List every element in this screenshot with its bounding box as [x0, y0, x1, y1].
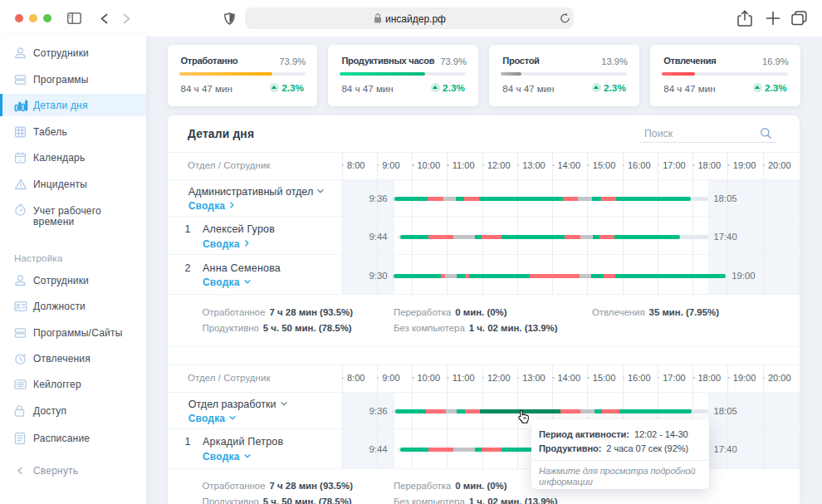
svg-text:1: 1	[19, 157, 22, 162]
